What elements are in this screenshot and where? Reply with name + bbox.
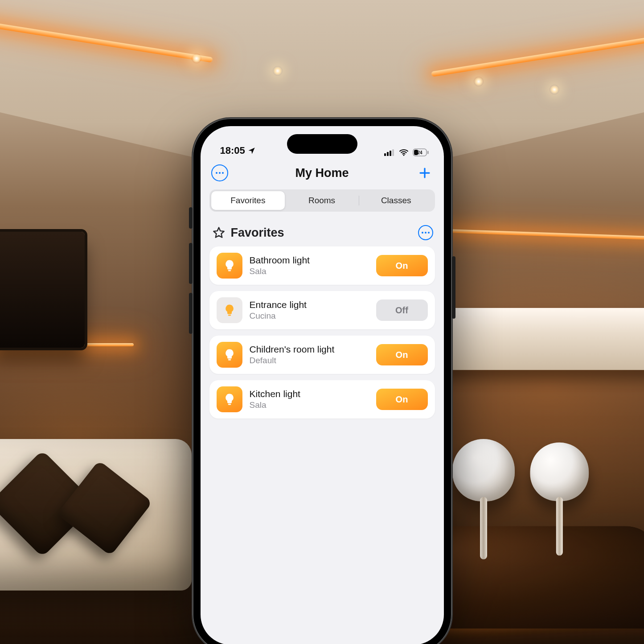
more-icon <box>422 232 430 234</box>
battery-text: 24 <box>417 150 422 155</box>
nav-header: My Home <box>201 158 444 186</box>
device-card[interactable]: Bathroom light Sala On <box>209 246 435 285</box>
device-card[interactable]: Children's room light Default On <box>209 336 435 374</box>
svg-rect-8 <box>228 270 230 271</box>
tab-favorites[interactable]: Favorites <box>211 191 285 210</box>
battery-icon: 24 <box>413 148 429 156</box>
tab-classes[interactable]: Classes <box>359 191 433 210</box>
menu-more-button[interactable] <box>211 164 228 181</box>
device-card[interactable]: Kitchen light Sala On <box>209 380 435 418</box>
svg-rect-0 <box>384 153 386 156</box>
svg-rect-1 <box>387 152 389 156</box>
svg-rect-3 <box>392 149 394 156</box>
lightbulb-icon <box>217 386 242 412</box>
plus-icon <box>418 166 431 180</box>
device-name: Kitchen light <box>250 388 369 400</box>
lightbulb-icon <box>217 253 242 279</box>
device-toggle-button[interactable]: On <box>376 344 428 365</box>
lightbulb-icon <box>217 342 242 368</box>
device-card[interactable]: Entrance light Cucina Off <box>209 291 435 329</box>
svg-rect-10 <box>228 359 230 361</box>
device-list: Bathroom light Sala On Entrance light Cu… <box>201 246 444 418</box>
svg-rect-2 <box>390 151 391 156</box>
add-button[interactable] <box>416 164 433 181</box>
device-name: Children's room light <box>250 344 369 355</box>
device-name: Bathroom light <box>250 254 369 266</box>
location-icon <box>248 147 256 155</box>
svg-rect-6 <box>427 151 429 154</box>
section-header: Favorites <box>201 212 444 246</box>
device-toggle-button[interactable]: Off <box>376 299 428 321</box>
tab-rooms[interactable]: Rooms <box>285 191 359 210</box>
section-more-button[interactable] <box>418 225 433 240</box>
more-icon <box>216 172 224 174</box>
section-title: Favorites <box>231 226 284 240</box>
device-room: Default <box>250 355 369 366</box>
svg-rect-9 <box>228 315 230 316</box>
svg-rect-11 <box>228 404 230 405</box>
cellular-icon <box>384 149 395 156</box>
device-room: Cucina <box>250 311 369 321</box>
phone-screen: 18:05 <box>201 126 444 644</box>
status-time: 18:05 <box>220 145 245 156</box>
device-name: Entrance light <box>250 299 369 311</box>
page-title: My Home <box>295 166 349 180</box>
view-tabs: Favorites Rooms Classes <box>209 189 435 212</box>
star-icon <box>212 226 226 239</box>
device-toggle-button[interactable]: On <box>376 255 428 276</box>
lightbulb-icon <box>217 297 242 323</box>
wifi-icon <box>399 149 409 156</box>
device-room: Sala <box>250 400 369 410</box>
svg-point-4 <box>403 155 404 156</box>
phone-frame: 18:05 <box>193 118 452 644</box>
device-toggle-button[interactable]: On <box>376 389 428 410</box>
dynamic-island <box>287 134 357 154</box>
device-room: Sala <box>250 266 369 277</box>
